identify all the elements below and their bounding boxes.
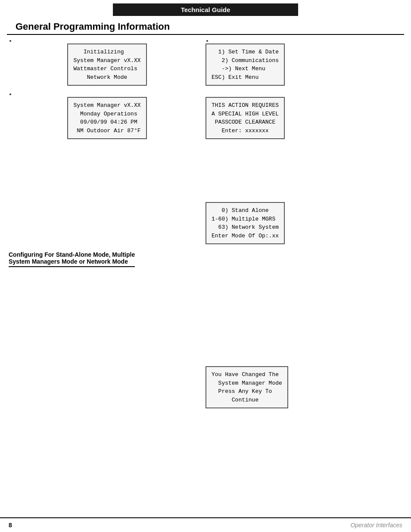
row5-left bbox=[9, 362, 206, 408]
row3-right: 0) Stand Alone 1-60) Multiple MGRS 63) N… bbox=[206, 198, 402, 244]
row2-left: System Manager vX.XX Monday Operations 0… bbox=[9, 93, 206, 139]
lcd-box-network-mode: 0) Stand Alone 1-60) Multiple MGRS 63) N… bbox=[206, 202, 285, 244]
lcd-box-menu: 1) Set Time & Date 2) Communications ->)… bbox=[206, 44, 285, 86]
row-4: Configuring For Stand-Alone Mode, Multip… bbox=[9, 251, 402, 271]
footer-page-number: 8 bbox=[9, 522, 12, 529]
dot-marker-3 bbox=[9, 93, 11, 95]
row3-left bbox=[9, 198, 206, 244]
row5-right: You Have Changed The System Manager Mode… bbox=[206, 362, 402, 408]
row1-right: 1) Set Time & Date 2) Communications ->)… bbox=[206, 39, 402, 86]
row-5: You Have Changed The System Manager Mode… bbox=[9, 362, 402, 408]
row-3: 0) Stand Alone 1-60) Multiple MGRS 63) N… bbox=[9, 198, 402, 244]
row-1: Initializing System Manager vX.XX Wattma… bbox=[9, 39, 402, 86]
footer-section-label: Operator Interfaces bbox=[350, 522, 402, 529]
page-title: General Programming Information bbox=[7, 18, 404, 35]
section-heading: Configuring For Stand-Alone Mode, Multip… bbox=[9, 251, 135, 267]
dot-marker-1 bbox=[9, 40, 11, 42]
main-content: Initializing System Manager vX.XX Wattma… bbox=[0, 35, 411, 451]
lcd-box-passcode: THIS ACTION REQUIRES A SPECIAL HIGH LEVE… bbox=[206, 97, 285, 139]
spacer-1 bbox=[9, 146, 402, 198]
row4-right bbox=[206, 251, 402, 271]
spacer-2 bbox=[9, 276, 402, 362]
footer: 8 Operator Interfaces bbox=[0, 517, 411, 532]
lcd-box-sysmanager: System Manager vX.XX Monday Operations 0… bbox=[67, 97, 146, 139]
lcd-box-changed-mode: You Have Changed The System Manager Mode… bbox=[206, 366, 288, 408]
row2-right: THIS ACTION REQUIRES A SPECIAL HIGH LEVE… bbox=[206, 93, 402, 139]
header-bar: Technical Guide bbox=[113, 3, 298, 16]
pre-footer-spacer bbox=[9, 413, 402, 447]
row-2: System Manager vX.XX Monday Operations 0… bbox=[9, 93, 402, 139]
dot-marker-2 bbox=[206, 40, 208, 42]
row1-left: Initializing System Manager vX.XX Wattma… bbox=[9, 39, 206, 86]
header-title: Technical Guide bbox=[181, 6, 230, 13]
lcd-box-initializing: Initializing System Manager vX.XX Wattma… bbox=[67, 44, 146, 86]
row4-left: Configuring For Stand-Alone Mode, Multip… bbox=[9, 251, 206, 271]
